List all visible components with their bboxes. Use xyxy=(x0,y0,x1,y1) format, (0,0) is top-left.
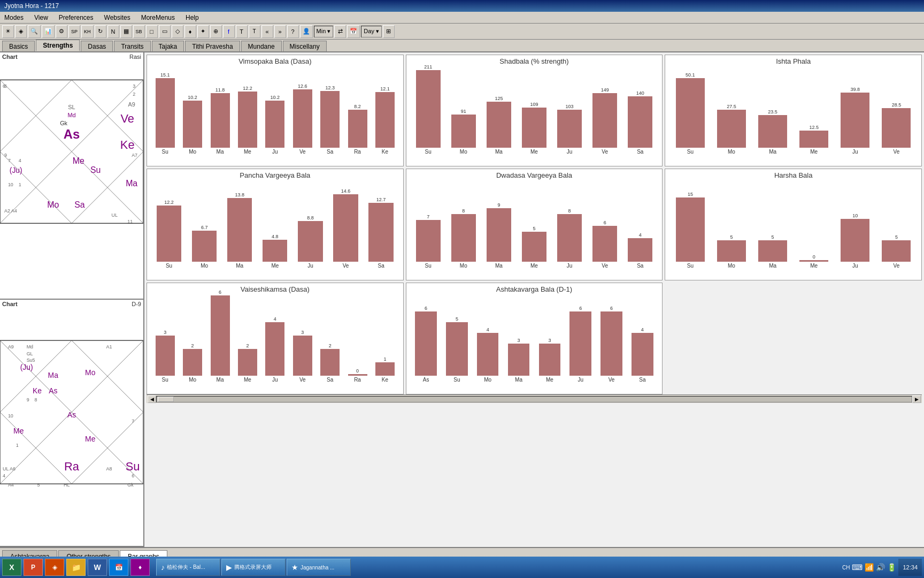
chart-vaiseshikamsa: Vaiseshikamsa (Dasa) 3 2 6 xyxy=(147,283,404,394)
taskbar-task-screen[interactable]: ▶ 腾格式录屏大师 xyxy=(221,559,286,576)
horizontal-scrollbar[interactable]: ◀ ▶ xyxy=(147,394,922,403)
toolbar-btn-swap[interactable]: ⇄ xyxy=(334,25,346,38)
bar-item: 4 xyxy=(261,316,289,376)
toolbar-btn-cal[interactable]: 📅 xyxy=(347,25,360,38)
toolbar-btn-person[interactable]: 👤 xyxy=(300,25,313,38)
tab-miscellany[interactable]: Miscellany xyxy=(283,41,327,51)
taskbar-icon-calendar[interactable]: 📅 xyxy=(109,559,128,576)
toolbar-btn-sp[interactable]: SP xyxy=(68,25,80,38)
menu-view[interactable]: View xyxy=(32,13,50,22)
taskbar-icon-app3[interactable]: ◈ xyxy=(45,559,64,576)
toolbar-btn-f[interactable]: f xyxy=(223,25,235,38)
bar-labels-harsha: Su Mo Ma Me Ju Ve xyxy=(667,262,919,269)
toolbar-btn-3[interactable]: 🔍 xyxy=(28,25,41,38)
toolbar-btn-2[interactable]: ◈ xyxy=(15,25,27,38)
svg-text:Me: Me xyxy=(85,435,96,443)
taskbar-volume-icon[interactable]: 🔊 xyxy=(876,563,885,572)
toolbar-btn-n[interactable]: N xyxy=(107,25,119,38)
tab-basics[interactable]: Basics xyxy=(2,41,35,51)
bar-item: 5 xyxy=(711,234,752,262)
taskbar-task-jyotish[interactable]: ★ Jagannatha ... xyxy=(287,559,351,576)
toolbar-btn-prev[interactable]: « xyxy=(261,25,273,38)
toolbar-btn-arrow[interactable]: ↻ xyxy=(95,25,106,38)
taskbar-icon-powerpoint[interactable]: P xyxy=(24,559,43,576)
toolbar-btn-last[interactable]: ⊞ xyxy=(383,25,395,38)
toolbar-btn-chart[interactable]: ◇ xyxy=(172,25,183,38)
chart-pancha: Pancha Vargeeya Bala 12.2 6.7 13.8 xyxy=(147,169,404,280)
toolbar-btn-sq[interactable]: □ xyxy=(146,25,158,38)
scroll-left-btn[interactable]: ◀ xyxy=(148,396,156,403)
bar-item: 2 xyxy=(234,343,261,376)
svg-text:1: 1 xyxy=(19,182,21,187)
min-dropdown[interactable]: Min ▾ xyxy=(314,26,334,37)
toolbar-btn-1[interactable]: ☀ xyxy=(2,25,14,38)
menu-moremenus[interactable]: MoreMenus xyxy=(139,13,177,22)
chart-title-vaiseshikamsa: Vaiseshikamsa (Dasa) xyxy=(149,285,401,293)
toolbar-btn-q[interactable]: ? xyxy=(287,25,299,38)
bar-item: 2 xyxy=(179,343,206,376)
bar-item: 8.8 xyxy=(292,215,328,262)
chart-inner-ashtakavarga: 6 5 4 3 xyxy=(409,295,660,392)
svg-text:2: 2 xyxy=(133,92,135,97)
bar-item: 12.6 xyxy=(289,83,316,148)
taskbar-network-icon[interactable]: 📶 xyxy=(865,563,874,572)
bar-item: 4 xyxy=(472,327,503,376)
scroll-track[interactable] xyxy=(156,396,912,402)
toolbar-btn-rect[interactable]: ▭ xyxy=(159,25,171,38)
toolbar-btn-sb[interactable]: SB xyxy=(133,25,145,38)
toolbar-btn-t2[interactable]: T xyxy=(249,25,260,38)
bar-item: 15.1 xyxy=(151,72,179,148)
toolbar-btn-cup[interactable]: ⊕ xyxy=(210,25,222,38)
tab-tithi[interactable]: Tithi Pravesha xyxy=(185,41,240,51)
chart-title-harsha: Harsha Bala xyxy=(667,171,919,179)
menu-help[interactable]: Help xyxy=(183,13,201,22)
day-dropdown[interactable]: Day ▾ xyxy=(361,26,382,37)
chart-title-ashtakavarga: Ashtakavarga Bala (D-1) xyxy=(409,285,660,293)
d9-chart-type: D-9 xyxy=(132,301,141,307)
scroll-right-btn[interactable]: ▶ xyxy=(912,396,921,403)
bar-item: 4 xyxy=(627,327,658,376)
taskbar-icon-purple[interactable]: ♦ xyxy=(130,559,150,576)
toolbar-btn-star[interactable]: ✦ xyxy=(197,25,209,38)
scroll-thumb[interactable] xyxy=(158,397,174,402)
bar-item: 12.3 xyxy=(316,85,343,148)
bar-item: 5 xyxy=(752,234,794,262)
chart-title-shadbala: Shadbala (% strength) xyxy=(409,57,660,65)
bar-item: 6.7 xyxy=(187,225,222,262)
bar-item: 14.6 xyxy=(328,188,363,262)
svg-text:Ke: Ke xyxy=(120,138,135,151)
svg-text:10: 10 xyxy=(8,182,13,187)
tab-tajaka[interactable]: Tajaka xyxy=(152,41,184,51)
taskbar-icon-word[interactable]: W xyxy=(88,559,107,576)
tab-transits[interactable]: Transits xyxy=(114,41,150,51)
taskbar-icon-excel[interactable]: X xyxy=(2,559,21,576)
tab-dasas[interactable]: Dasas xyxy=(81,41,113,51)
title-text: Jyotna Hora - 1217 xyxy=(4,2,59,10)
toolbar-btn-grid[interactable]: ▦ xyxy=(120,25,132,38)
toolbar-btn-fig[interactable]: ♦ xyxy=(184,25,196,38)
svg-text:Ve: Ve xyxy=(120,112,134,125)
toolbar-btn-kh[interactable]: KH xyxy=(81,25,94,38)
bar-item: 125 xyxy=(481,96,517,148)
bar-item: 6 xyxy=(565,306,596,376)
menu-modes[interactable]: Modes xyxy=(2,13,26,22)
menu-preferences[interactable]: Preferences xyxy=(57,13,96,22)
toolbar-btn-4[interactable]: 📊 xyxy=(42,25,55,38)
taskbar-task-music[interactable]: ♪ 植松伸夫 - Bal... xyxy=(156,559,220,576)
taskbar-icon-folder[interactable]: 📁 xyxy=(66,559,86,576)
taskbar-keyboard-icon[interactable]: ⌨ xyxy=(852,563,863,572)
tab-mundane[interactable]: Mundane xyxy=(241,41,282,51)
svg-text:Su: Su xyxy=(90,165,101,174)
bar-item: 5 xyxy=(517,226,552,262)
bar-item: 211 xyxy=(411,64,446,148)
toolbar-btn-next[interactable]: » xyxy=(274,25,286,38)
toolbar-btn-5[interactable]: ⚙ xyxy=(56,25,67,38)
svg-text:Me: Me xyxy=(13,427,24,435)
tab-strengths[interactable]: Strengths xyxy=(36,40,80,51)
svg-text:3: 3 xyxy=(133,83,135,89)
svg-text:Ma: Ma xyxy=(126,179,137,188)
toolbar-btn-t1[interactable]: T xyxy=(236,25,248,38)
svg-text:7: 7 xyxy=(132,419,134,424)
taskbar-battery-icon[interactable]: 🔋 xyxy=(887,563,896,572)
menu-websites[interactable]: Websites xyxy=(102,13,133,22)
